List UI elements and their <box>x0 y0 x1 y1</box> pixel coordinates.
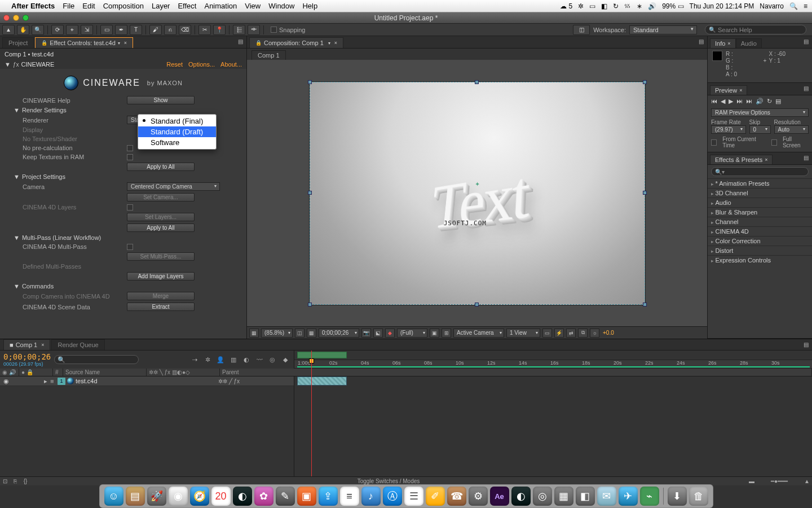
visibility-icon[interactable]: ◉ <box>2 378 10 385</box>
info-tab[interactable]: Info× <box>710 38 736 48</box>
composition-tab[interactable]: 🔒 Composition: Comp 1▾× <box>249 37 343 48</box>
reset-link[interactable]: Reset <box>166 61 183 68</box>
renderer-option-draft[interactable]: Standard (Draft) <box>138 126 216 137</box>
snapshot-icon[interactable]: 📷 <box>361 329 371 338</box>
type-tool-icon[interactable]: T <box>130 25 142 35</box>
show-button[interactable]: Show <box>127 96 195 104</box>
about-link[interactable]: About... <box>220 61 242 68</box>
dock-app-icon[interactable]: ✈ <box>619 487 638 506</box>
timemachine-icon[interactable]: ↻ <box>613 2 619 10</box>
dock-downloads-icon[interactable]: ⬇ <box>668 487 687 506</box>
app-name[interactable]: After Effects <box>11 2 55 10</box>
layer-handle-icon[interactable] <box>643 80 647 84</box>
work-area-bar[interactable] <box>297 352 347 358</box>
timeline-layer-row[interactable]: ◉ ▸ ■ 1 test.c4d ✲✲ ╱ ƒx <box>0 376 294 386</box>
panel-options-icon[interactable]: ▤ <box>238 38 243 45</box>
framerate-dropdown[interactable]: (29.97) <box>711 125 746 134</box>
dock-aftereffects-icon[interactable]: Ae <box>490 487 509 506</box>
layer-handle-icon[interactable] <box>475 303 479 306</box>
menu-composition[interactable]: Composition <box>103 2 144 10</box>
camera-tool-icon[interactable]: ⌖ <box>66 25 78 35</box>
set-layers-button[interactable]: Set Layers... <box>127 213 195 221</box>
dock-app-icon[interactable]: ⌁ <box>640 487 659 506</box>
effects-search-input[interactable]: 🔍▾ <box>711 167 809 176</box>
fast-previews-icon[interactable]: ⚡ <box>554 329 564 338</box>
composition-viewer[interactable]: ✦ Text JSOFTJ.COM <box>247 60 707 326</box>
prev-frame-icon[interactable]: ◀ <box>721 98 725 105</box>
ep-category[interactable]: Expression Controls <box>708 255 812 265</box>
render-queue-tab[interactable]: Render Queue <box>51 339 104 350</box>
dock-trash-icon[interactable]: 🗑 <box>689 487 708 506</box>
layer-handle-icon[interactable] <box>308 80 312 84</box>
datetime[interactable]: Thu Jun 20 12:14 PM <box>690 2 754 10</box>
brush-tool-icon[interactable]: 🖌 <box>149 25 162 35</box>
dock-app-icon[interactable]: ✿ <box>254 487 273 506</box>
effect-controls-tab[interactable]: 🔒 Effect Controls: test.c4d ▾ × <box>35 37 133 48</box>
ep-category[interactable]: Blur & Sharpen <box>708 207 812 217</box>
renderer-option-final[interactable]: Standard (Final) <box>138 116 216 126</box>
panel-options-icon[interactable]: ▤ <box>804 155 809 161</box>
first-frame-icon[interactable]: ⏮ <box>711 98 717 105</box>
ep-category[interactable]: CINEMA 4D <box>708 226 812 236</box>
puppet-tool-icon[interactable]: 📍 <box>213 25 226 35</box>
dock-itunes-icon[interactable]: ♪ <box>361 487 381 506</box>
roi-icon[interactable]: ▣ <box>430 329 439 338</box>
motion-blur-icon[interactable]: ◐ <box>241 354 251 365</box>
close-comp-tab-icon[interactable]: × <box>334 40 337 46</box>
rotation-tool-icon[interactable]: ⟳ <box>51 25 64 35</box>
dock-app-icon[interactable]: ▣ <box>297 487 316 506</box>
set-multipass-button[interactable]: Set Multi-Pass... <box>127 252 195 261</box>
audio-tab[interactable]: Audio <box>736 38 762 48</box>
dock-app-icon[interactable]: ◎ <box>533 487 552 506</box>
dock-calendar-icon[interactable]: 20 <box>211 487 231 506</box>
layer-name[interactable]: test.c4d <box>76 378 98 384</box>
dock-launchpad-icon[interactable]: 🚀 <box>147 487 166 506</box>
dock-reminders-icon[interactable]: ≡ <box>340 487 359 506</box>
ep-category[interactable]: Audio <box>708 198 812 207</box>
ram-preview-icon[interactable]: ▤ <box>775 98 781 105</box>
resolution-icon[interactable]: ◫ <box>295 329 304 338</box>
dock-appstore-icon[interactable]: Ⓐ <box>383 487 402 506</box>
commands-group[interactable]: ▼Commands <box>0 282 246 291</box>
clone-tool-icon[interactable]: ⎌ <box>164 25 176 35</box>
transparency-grid-icon[interactable]: ▩ <box>307 329 316 338</box>
roto-tool-icon[interactable]: ✂ <box>198 25 211 35</box>
multipass-group[interactable]: ▼Multi-Pass (Linear Workflow) <box>0 233 246 242</box>
flowchart-icon[interactable]: ⧉ <box>578 329 588 338</box>
draft-3d-icon[interactable]: ✲ <box>202 354 213 365</box>
close-window-icon[interactable] <box>3 15 10 21</box>
layer-handle-icon[interactable] <box>643 191 647 195</box>
dock-notes-icon[interactable]: ✐ <box>426 487 445 506</box>
workspace-switcher-icon[interactable]: ◫ <box>573 25 590 35</box>
dock-contacts-icon[interactable]: ☎ <box>447 487 466 506</box>
selection-tool-icon[interactable]: ▲ <box>2 25 15 35</box>
ep-category[interactable]: Channel <box>708 217 812 226</box>
shy-icon[interactable]: 👤 <box>215 354 226 365</box>
c4d-layers-checkbox[interactable] <box>127 204 133 211</box>
dock-chrome-icon[interactable]: ◉ <box>169 487 188 506</box>
view-layout-dropdown[interactable]: 1 View <box>506 329 540 338</box>
apply-all-renderer-button[interactable]: Apply to All <box>127 163 195 171</box>
ram-preview-options-dropdown[interactable]: RAM Preview Options <box>711 108 809 117</box>
wifi-icon[interactable]: ᯾ <box>624 2 631 10</box>
zoom-out-icon[interactable]: ▬ <box>747 478 757 484</box>
full-screen-checkbox[interactable] <box>771 139 777 146</box>
merge-button[interactable]: Merge <box>127 292 195 300</box>
zoom-tool-icon[interactable]: 🔍 <box>32 25 44 35</box>
display-icon[interactable]: ▭ <box>589 2 595 10</box>
menu-file[interactable]: File <box>63 2 74 10</box>
timeline-foot-icon[interactable]: ⊡ <box>0 478 10 484</box>
set-camera-button[interactable]: Set Camera... <box>127 193 195 202</box>
timecode-display[interactable]: 0;00;00;26 <box>319 329 359 338</box>
loop-icon[interactable]: ↻ <box>767 98 772 105</box>
timeline-foot-icon[interactable]: {} <box>20 478 30 484</box>
last-frame-icon[interactable]: ⏭ <box>746 98 752 105</box>
dock-c4d-icon[interactable]: ◐ <box>233 487 252 506</box>
menu-edit[interactable]: Edit <box>82 2 95 10</box>
ep-category[interactable]: * Animation Presets <box>708 178 812 188</box>
workspace-dropdown[interactable]: Standard <box>629 25 697 34</box>
mute-icon[interactable]: 🔊 <box>756 98 764 105</box>
layer-handle-icon[interactable] <box>475 80 479 84</box>
camera-dropdown[interactable]: Centered Comp Camera <box>127 182 220 191</box>
menu-view[interactable]: View <box>245 2 261 10</box>
